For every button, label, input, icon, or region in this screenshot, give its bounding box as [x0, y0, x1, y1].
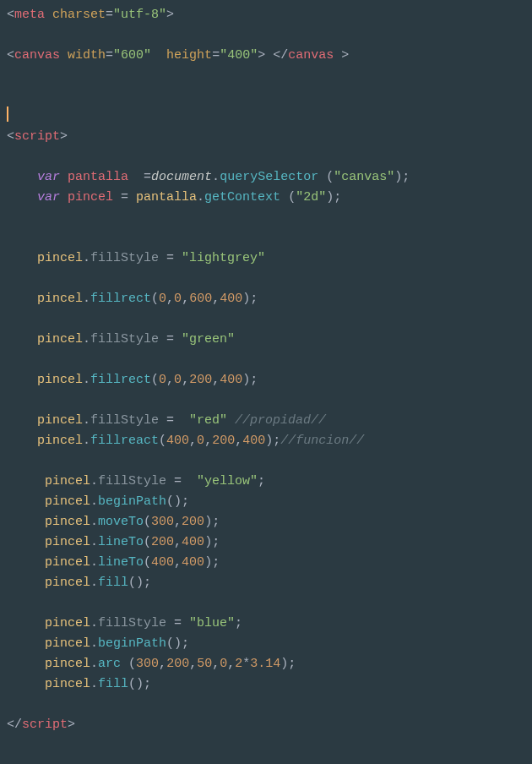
obj-document: document — [151, 170, 212, 184]
var-pantalla: pantalla — [68, 170, 128, 184]
tag-meta: meta — [14, 8, 45, 22]
var-pincel: pincel — [68, 190, 113, 205]
fn-beginpath: beginPath — [98, 494, 166, 509]
fn-fillrect: fillrect — [90, 292, 151, 306]
prop-fillstyle: fillStyle — [90, 251, 159, 265]
comment-propidad: //propidad// — [227, 413, 326, 428]
string-utf8: "utf-8" — [113, 8, 166, 22]
text-cursor — [7, 106, 8, 122]
fn-fillreact: fillreact — [90, 434, 159, 448]
attr-width: width — [68, 48, 106, 63]
comment-funcion: //funcion// — [280, 434, 364, 448]
attr-height: height — [166, 48, 212, 63]
fn-queryselector: querySelector — [220, 170, 318, 184]
tag-canvas: canvas — [14, 48, 60, 63]
fn-fill: fill — [98, 576, 128, 590]
fn-arc: arc — [98, 657, 121, 671]
attr-charset: charset — [52, 8, 106, 22]
tag-script: script — [14, 129, 60, 144]
fn-moveto: moveTo — [98, 515, 144, 529]
fn-lineto: lineTo — [98, 535, 144, 549]
keyword-var: var — [37, 170, 60, 184]
angle-open: < — [7, 8, 14, 22]
code-editor[interactable]: <meta charset="utf-8"> <canvas width="60… — [7, 5, 525, 735]
fn-getcontext: getContext — [204, 190, 280, 205]
